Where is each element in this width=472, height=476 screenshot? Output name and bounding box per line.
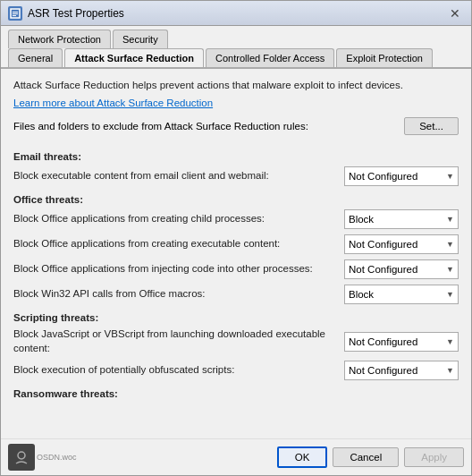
dropdown-office-win32-value: Block (349, 289, 374, 300)
tab-general[interactable]: General (8, 48, 63, 67)
footer-buttons: OK Cancel Apply (277, 443, 464, 472)
setting-row-email-executable: Block executable content from email clie… (13, 166, 459, 187)
dropdown-office-inject-arrow: ▼ (446, 265, 454, 274)
content-area: Attack Surface Reduction helps prevent a… (1, 69, 471, 438)
window-icon (8, 6, 22, 21)
dropdown-office-child-arrow: ▼ (446, 215, 454, 224)
svg-rect-1 (13, 12, 18, 13)
top-tab-row: Network Protection Security (1, 26, 471, 48)
apply-button: Apply (404, 447, 464, 467)
close-button[interactable]: ✕ (446, 4, 464, 22)
section-scripting-label: Scripting threats: (13, 312, 459, 323)
setting-label-office-win32: Block Win32 API calls from Office macros… (13, 287, 344, 302)
section-office-label: Office threats: (13, 194, 459, 205)
tab-security[interactable]: Security (113, 30, 168, 48)
tab-network-protection[interactable]: Network Protection (8, 30, 111, 48)
section-ransomware-label: Ransomware threats: (13, 388, 459, 399)
learn-more-link[interactable]: Learn more about Attack Surface Reductio… (13, 98, 459, 108)
main-window: ASR Test Properties ✕ Network Protection… (0, 0, 472, 476)
dropdown-script-js-arrow: ▼ (446, 337, 454, 346)
setting-label-email-executable: Block executable content from email clie… (13, 169, 344, 183)
tab-cfa[interactable]: Controlled Folder Access (206, 48, 334, 67)
description-text: Attack Surface Reduction helps prevent a… (13, 78, 459, 92)
setting-label-office-inject: Block Office applications from injecting… (13, 262, 344, 276)
setting-label-script-obfuscated: Block execution of potentially obfuscate… (13, 363, 344, 378)
dropdown-email-executable-arrow: ▼ (446, 172, 454, 181)
setting-label-office-child: Block Office applications from creating … (13, 212, 344, 226)
ok-button[interactable]: OK (277, 446, 328, 468)
window-bottom: OSDN.woc OK Cancel Apply (1, 438, 471, 475)
dropdown-office-executable[interactable]: Not Configured ▼ (344, 234, 459, 254)
dropdown-email-executable[interactable]: Not Configured ▼ (344, 166, 459, 186)
svg-rect-3 (13, 15, 16, 16)
dropdown-office-inject-value: Not Configured (349, 264, 417, 275)
setting-label-script-js: Block JavaScript or VBScript from launch… (13, 327, 344, 355)
dropdown-email-executable-value: Not Configured (349, 171, 417, 182)
section-email-label: Email threats: (13, 151, 459, 162)
dropdown-office-executable-arrow: ▼ (446, 240, 454, 249)
set-button[interactable]: Set... (404, 117, 459, 135)
svg-point-4 (18, 452, 25, 459)
taskbar-label: OSDN.woc (37, 453, 77, 462)
settings-scroll-area[interactable]: Email threats: Block executable content … (13, 144, 459, 429)
dropdown-script-obfuscated-arrow: ▼ (446, 366, 454, 375)
setting-row-script-js: Block JavaScript or VBScript from launch… (13, 327, 459, 356)
setting-row-office-child: Block Office applications from creating … (13, 208, 459, 230)
setting-row-office-win32: Block Win32 API calls from Office macros… (13, 284, 459, 305)
exclude-label: Files and folders to exclude from Attack… (13, 121, 404, 132)
taskbar-icon (8, 444, 35, 471)
dropdown-script-js-value: Not Configured (349, 336, 417, 347)
title-bar: ASR Test Properties ✕ (1, 1, 471, 26)
window-title: ASR Test Properties (28, 7, 446, 20)
svg-rect-2 (13, 13, 18, 14)
taskbar-area: OSDN.woc (8, 444, 277, 471)
dropdown-office-executable-value: Not Configured (349, 239, 417, 250)
dropdown-office-child[interactable]: Block ▼ (344, 209, 459, 229)
dropdown-script-obfuscated-value: Not Configured (349, 365, 417, 376)
dropdown-office-child-value: Block (349, 214, 374, 225)
setting-row-office-inject: Block Office applications from injecting… (13, 259, 459, 280)
dropdown-script-js[interactable]: Not Configured ▼ (344, 332, 459, 352)
tab-asr[interactable]: Attack Surface Reduction (64, 48, 204, 67)
dropdown-script-obfuscated[interactable]: Not Configured ▼ (344, 361, 459, 380)
dropdown-office-win32-arrow: ▼ (446, 290, 454, 299)
bottom-tab-row: General Attack Surface Reduction Control… (1, 48, 471, 69)
setting-label-office-executable: Block Office applications from creating … (13, 237, 344, 251)
exclude-row: Files and folders to exclude from Attack… (13, 117, 459, 135)
cancel-button[interactable]: Cancel (333, 447, 399, 467)
tab-ep[interactable]: Exploit Protection (336, 48, 433, 67)
dropdown-office-inject[interactable]: Not Configured ▼ (344, 259, 459, 279)
setting-row-office-executable: Block Office applications from creating … (13, 234, 459, 255)
setting-row-script-obfuscated: Block execution of potentially obfuscate… (13, 360, 459, 381)
dropdown-office-win32[interactable]: Block ▼ (344, 285, 459, 304)
